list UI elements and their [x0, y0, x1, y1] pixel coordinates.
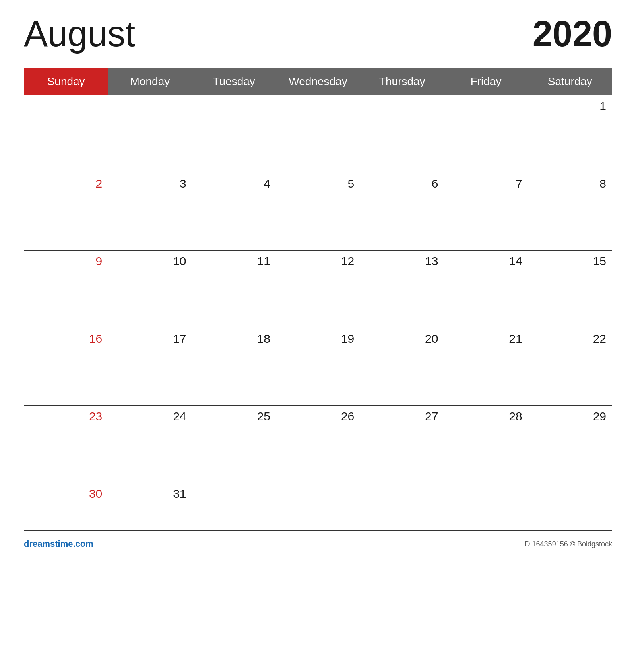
week-row-2: 9101112131415: [24, 251, 612, 328]
calendar-cell: [192, 95, 276, 173]
calendar-cell: 21: [444, 328, 528, 406]
day-number: 2: [30, 177, 102, 190]
calendar-cell: [24, 95, 108, 173]
calendar-cell: 31: [108, 483, 192, 531]
day-header-sunday: Sunday: [24, 68, 108, 95]
day-number: 23: [30, 410, 102, 423]
calendar-cell: 28: [444, 406, 528, 483]
day-number: 4: [198, 177, 270, 190]
day-number: 15: [534, 254, 606, 268]
day-header-monday: Monday: [108, 68, 192, 95]
day-number: 20: [366, 332, 438, 346]
week-row-3: 16171819202122: [24, 328, 612, 406]
page-wrapper: August 2020 SundayMondayTuesdayWednesday…: [24, 16, 612, 549]
calendar-cell: 30: [24, 483, 108, 531]
calendar-cell: 26: [276, 406, 360, 483]
week-row-0: 1: [24, 95, 612, 173]
calendar-cell: [444, 95, 528, 173]
calendar-cell: 24: [108, 406, 192, 483]
calendar-cell: [360, 95, 444, 173]
day-number: 22: [534, 332, 606, 346]
calendar-cell: 18: [192, 328, 276, 406]
calendar-cell: 9: [24, 251, 108, 328]
calendar-cell: 22: [528, 328, 612, 406]
calendar-cell: 12: [276, 251, 360, 328]
day-number: 16: [30, 332, 102, 346]
day-number: 9: [30, 254, 102, 268]
week-row-5: 3031: [24, 483, 612, 531]
day-number: 24: [114, 410, 186, 423]
day-header-saturday: Saturday: [528, 68, 612, 95]
day-header-tuesday: Tuesday: [192, 68, 276, 95]
calendar-cell: [360, 483, 444, 531]
calendar-header: August 2020: [24, 16, 612, 52]
month-title: August: [24, 16, 135, 52]
calendar-cell: 7: [444, 173, 528, 251]
day-number: 29: [534, 410, 606, 423]
day-number: 3: [114, 177, 186, 190]
calendar-cell: 19: [276, 328, 360, 406]
day-number: 25: [198, 410, 270, 423]
day-number: 21: [450, 332, 522, 346]
day-number: 5: [282, 177, 354, 190]
day-number: 13: [366, 254, 438, 268]
year-title: 2020: [533, 16, 612, 52]
calendar-cell: [444, 483, 528, 531]
day-header-thursday: Thursday: [360, 68, 444, 95]
watermark-right: ID 164359156 © Boldgstock: [523, 540, 612, 548]
calendar-cell: [276, 95, 360, 173]
calendar-cell: 4: [192, 173, 276, 251]
day-number: 11: [198, 254, 270, 268]
day-number: 8: [534, 177, 606, 190]
week-row-1: 2345678: [24, 173, 612, 251]
day-number: 26: [282, 410, 354, 423]
calendar-cell: 23: [24, 406, 108, 483]
calendar-cell: 11: [192, 251, 276, 328]
day-number: 12: [282, 254, 354, 268]
day-number: 27: [366, 410, 438, 423]
calendar-cell: 2: [24, 173, 108, 251]
day-number: 30: [30, 487, 102, 501]
calendar-cell: 5: [276, 173, 360, 251]
calendar-cell: [108, 95, 192, 173]
calendar-cell: 14: [444, 251, 528, 328]
day-header-friday: Friday: [444, 68, 528, 95]
calendar-table: SundayMondayTuesdayWednesdayThursdayFrid…: [24, 68, 612, 531]
day-number: 7: [450, 177, 522, 190]
calendar-cell: 20: [360, 328, 444, 406]
calendar-cell: 27: [360, 406, 444, 483]
calendar-cell: 1: [528, 95, 612, 173]
calendar-cell: [528, 483, 612, 531]
day-number: 10: [114, 254, 186, 268]
watermark-left: dreamstime.com: [24, 539, 93, 549]
calendar-cell: [276, 483, 360, 531]
day-number: 28: [450, 410, 522, 423]
day-number: 1: [534, 99, 606, 113]
day-number: 19: [282, 332, 354, 346]
day-number: 31: [114, 487, 186, 501]
calendar-cell: 8: [528, 173, 612, 251]
calendar-cell: 10: [108, 251, 192, 328]
day-number: 14: [450, 254, 522, 268]
calendar-cell: 29: [528, 406, 612, 483]
day-header-wednesday: Wednesday: [276, 68, 360, 95]
calendar-cell: 15: [528, 251, 612, 328]
calendar-cell: 3: [108, 173, 192, 251]
day-number: 6: [366, 177, 438, 190]
calendar-cell: 25: [192, 406, 276, 483]
calendar-cell: 16: [24, 328, 108, 406]
header-row: SundayMondayTuesdayWednesdayThursdayFrid…: [24, 68, 612, 95]
watermark-bar: dreamstime.com ID 164359156 © Boldgstock: [24, 539, 612, 549]
calendar-cell: 6: [360, 173, 444, 251]
week-row-4: 23242526272829: [24, 406, 612, 483]
day-number: 17: [114, 332, 186, 346]
calendar-cell: [192, 483, 276, 531]
day-number: 18: [198, 332, 270, 346]
calendar-cell: 13: [360, 251, 444, 328]
calendar-cell: 17: [108, 328, 192, 406]
